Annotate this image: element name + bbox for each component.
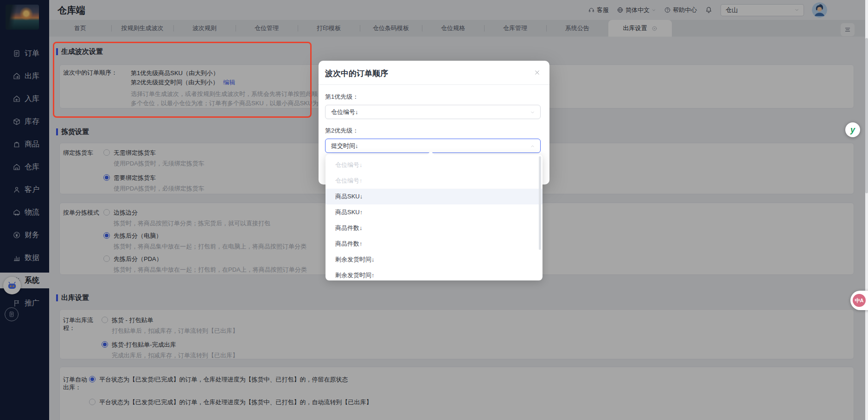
dropdown-option[interactable]: 剩余发货时间↓ — [326, 252, 542, 267]
page-scrollbar[interactable] — [865, 0, 868, 420]
modal-title: 波次中的订单顺序 — [325, 68, 388, 79]
dropdown-option[interactable]: 剩余发货时间↑ — [326, 267, 542, 280]
dropdown-scrollbar-thumb[interactable] — [539, 156, 541, 250]
dropdown-option[interactable]: 商品件数↓ — [326, 220, 542, 236]
dropdown-option: 仓位编号↓ — [326, 157, 542, 173]
chevron-up-icon — [530, 144, 535, 149]
translate-icon: 中A — [853, 294, 866, 307]
dropdown-option[interactable]: 商品SKU↑ — [326, 204, 542, 220]
scrollbar-thumb[interactable] — [865, 38, 868, 193]
priority-select-2[interactable]: 提交时间↓ — [325, 139, 541, 153]
priority-select-1[interactable]: 仓位编号↓ — [325, 105, 541, 119]
priority-dropdown: 仓位编号↓仓位编号↑商品SKU↓商品SKU↑商品件数↓商品件数↑剩余发货时间↓剩… — [326, 154, 542, 280]
guide-highlight-box — [53, 42, 312, 118]
priority-select-value: 提交时间↓ — [326, 139, 540, 153]
translate-button[interactable]: 中A — [850, 291, 868, 310]
chevron-down-icon — [530, 110, 535, 115]
dropdown-option[interactable]: 商品SKU↓ — [326, 189, 542, 204]
dropdown-option[interactable]: 商品件数↑ — [326, 236, 542, 252]
close-icon[interactable] — [534, 69, 541, 76]
priority-field-label: 第1优先级： — [325, 85, 541, 101]
app-root: 仓库端 客服简体中文帮助中心 仓山 首页按规则生成波次波次规则仓位管理打印模板仓… — [0, 0, 868, 420]
priority-select-value: 仓位编号↓ — [326, 105, 540, 119]
priority-field-label: 第2优先级： — [325, 127, 541, 135]
dropdown-option: 仓位编号↑ — [326, 173, 542, 189]
browser-extension-button[interactable]: y — [845, 122, 860, 137]
